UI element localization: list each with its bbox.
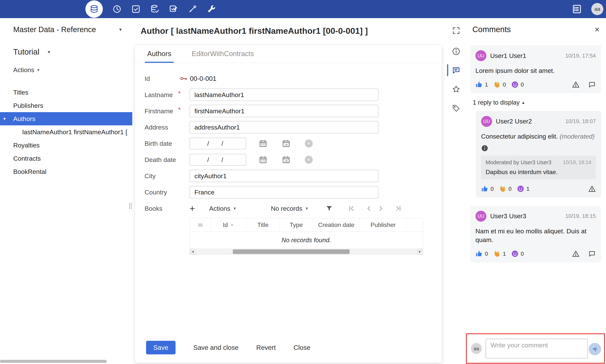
reply-comment-icon[interactable] [588,81,596,88]
history-clock-icon[interactable] [112,4,122,14]
sidebar-item-author-record[interactable]: lastNameAuthor1 firstNameAuthor1 [ [0,125,132,139]
thumbs-up-icon [481,185,489,193]
tab-authors[interactable]: Authors [146,50,173,63]
sidebar-item-bookrental[interactable]: BookRental [0,165,132,178]
column-id[interactable]: Id [211,218,246,232]
close-panel-icon[interactable]: × [594,25,600,34]
column-type[interactable]: Type [280,218,313,232]
log-list-icon[interactable] [572,4,582,14]
id-label: Id [145,75,180,82]
sidebar-actions-menu[interactable]: Actions ▾ [0,66,132,74]
address-field[interactable] [189,121,378,133]
next-page-icon[interactable] [377,205,385,212]
sidebar-item-contracts[interactable]: Contracts [0,152,132,165]
sidebar-item-titles[interactable]: Titles [0,86,132,99]
death-date-field[interactable] [189,154,246,166]
scroll-left-arrow[interactable]: ◂ [190,249,196,255]
sidebar-resize-handle[interactable] [129,203,132,209]
previous-page-icon[interactable] [365,205,373,212]
drag-handle-icon[interactable] [197,222,204,228]
comment-actions [572,81,596,88]
wrench-icon[interactable] [207,4,216,14]
tab-editorwithcontracts[interactable]: EditorWithContracts [191,50,255,63]
revert-button[interactable]: Revert [256,344,276,351]
clap-reaction[interactable]: 0 [499,185,512,193]
form-footer: Save Save and close Revert Close [146,341,310,354]
death-date-icons: 16 × [259,155,313,164]
dart-icon[interactable] [188,4,197,14]
city-field[interactable] [189,170,378,182]
comment-head: UU User3 User3 10/19, 18:15 [475,211,596,222]
column-publisher[interactable]: Publisher [360,218,407,232]
sidebar-item-publishers[interactable]: Publishers [0,99,132,112]
calendar-icon[interactable] [259,139,267,148]
caret-up-icon: ▴ [522,100,524,105]
calendar-date-icon[interactable]: 16 [282,139,290,148]
info-panel-icon[interactable] [447,42,465,61]
user-avatar[interactable]: aa [591,3,603,15]
scrollbar-thumb[interactable] [233,249,350,254]
project-title: Tutorial [13,47,40,56]
close-button[interactable]: Close [294,344,310,351]
sidebar-horizontal-scrollbar[interactable] [0,360,107,363]
report-warning-icon[interactable] [572,81,579,88]
like-reaction[interactable]: 1 [475,81,488,88]
add-book-button[interactable]: + [189,204,200,213]
clap-reaction[interactable]: 1 [493,250,506,258]
smiley-reaction[interactable]: 1 [517,185,529,193]
clear-date-icon[interactable]: × [305,140,313,147]
books-actions-menu[interactable]: Actions ▾ [209,205,236,212]
calendar-icon[interactable] [259,155,267,164]
last-page-icon[interactable] [394,205,402,212]
required-asterisk: * [178,90,181,97]
save-and-close-button[interactable]: Save and close [193,344,239,351]
column-creation-date[interactable]: Creation date [313,218,360,232]
comment-author: User1 User1 [490,52,526,59]
smiley-reaction[interactable]: 0 [511,81,524,88]
comment-head: UU User1 User1 10/19, 17:54 [475,50,596,61]
sidebar-item-authors[interactable]: ▾ Authors [0,112,132,125]
workspace-selector[interactable]: Master Data - Reference ▾ [0,25,132,34]
report-warning-icon[interactable] [572,250,579,258]
send-comment-button[interactable] [589,343,601,355]
empty-table-message: No records found. [190,232,423,248]
reply-comment-icon[interactable] [588,250,596,258]
comment-head: UU User2 User2 10/19, 18:07 [481,116,596,127]
comment-actions [572,250,596,258]
clap-reaction[interactable]: 0 [493,81,506,88]
expand-icon[interactable] [447,24,465,37]
birth-date-field[interactable] [189,138,246,149]
data-check-icon[interactable] [150,4,160,14]
calendar-date-icon[interactable]: 16 [282,155,290,164]
comment-input[interactable] [486,339,588,358]
firstname-field[interactable] [189,105,378,117]
tags-panel-icon[interactable] [447,99,465,117]
sort-asc-icon[interactable] [230,223,234,227]
first-page-icon[interactable] [348,205,355,212]
comments-panel-icon[interactable] [447,61,465,80]
table-horizontal-scrollbar[interactable]: ◂ ▸ [190,248,423,255]
clap-icon [493,81,501,88]
save-button[interactable]: Save [146,341,175,354]
like-reaction[interactable]: 0 [475,250,488,258]
records-count-dropdown[interactable]: No records ▾ [271,205,308,212]
filter-icon[interactable] [325,205,333,212]
smiley-reaction[interactable]: 0 [511,250,524,258]
sidebar-item-royalties[interactable]: Royalties [0,139,132,152]
caret-down-icon: ▾ [306,206,308,211]
validation-edit-icon[interactable] [169,4,178,14]
country-row: Country [145,186,442,198]
scroll-right-arrow[interactable]: ▸ [417,249,423,255]
report-warning-icon[interactable] [588,185,596,193]
master-data-icon[interactable] [85,0,103,18]
like-reaction[interactable]: 0 [481,185,494,193]
column-title[interactable]: Title [246,218,280,232]
country-field[interactable] [189,186,378,198]
reply-toggle[interactable]: 1 reply to display ▴ [473,99,601,106]
lastname-field[interactable] [189,89,378,101]
favorites-star-icon[interactable] [447,80,465,99]
project-selector[interactable]: Tutorial ▾ [0,47,132,56]
thumbs-up-icon [475,81,483,88]
tasks-check-icon[interactable] [131,4,141,14]
clear-date-icon[interactable]: × [305,156,313,164]
